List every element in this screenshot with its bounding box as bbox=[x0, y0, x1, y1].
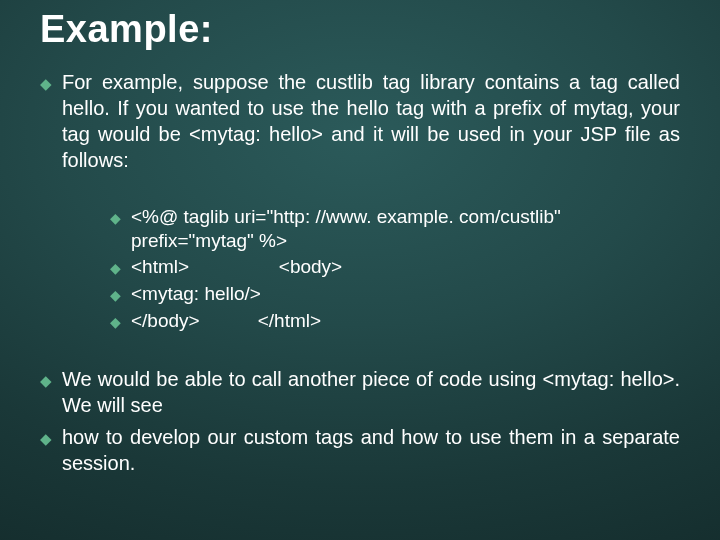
bullet-marker-icon: ◆ bbox=[110, 283, 121, 307]
bullet-level1: ◆ how to develop our custom tags and how… bbox=[40, 424, 680, 476]
bullet-level1: ◆ We would be able to call another piece… bbox=[40, 366, 680, 418]
bullet-level2: ◆ <mytag: hello/> bbox=[110, 282, 680, 307]
code-line: <html> <body> bbox=[131, 255, 342, 279]
bullet-marker-icon: ◆ bbox=[40, 71, 52, 97]
bullet-text: For example, suppose the custlib tag lib… bbox=[62, 69, 680, 173]
slide-title: Example: bbox=[40, 8, 680, 51]
bullet-level1: ◆ For example, suppose the custlib tag l… bbox=[40, 69, 680, 173]
bullet-level2: ◆ </body> </html> bbox=[110, 309, 680, 334]
bullet-marker-icon: ◆ bbox=[40, 426, 52, 452]
code-line: <mytag: hello/> bbox=[131, 282, 261, 306]
spacer bbox=[40, 179, 680, 205]
bullet-marker-icon: ◆ bbox=[110, 256, 121, 280]
bullet-marker-icon: ◆ bbox=[110, 310, 121, 334]
bullet-text: how to develop our custom tags and how t… bbox=[62, 424, 680, 476]
spacer bbox=[40, 336, 680, 366]
code-line: <%@ taglib uri="http: //www. example. co… bbox=[131, 205, 680, 253]
code-line: </body> </html> bbox=[131, 309, 321, 333]
bullet-marker-icon: ◆ bbox=[40, 368, 52, 394]
bullet-marker-icon: ◆ bbox=[110, 206, 121, 230]
bullet-level2: ◆ <html> <body> bbox=[110, 255, 680, 280]
bullet-text: We would be able to call another piece o… bbox=[62, 366, 680, 418]
slide: Example: ◆ For example, suppose the cust… bbox=[0, 0, 720, 540]
bullet-level2: ◆ <%@ taglib uri="http: //www. example. … bbox=[110, 205, 680, 253]
